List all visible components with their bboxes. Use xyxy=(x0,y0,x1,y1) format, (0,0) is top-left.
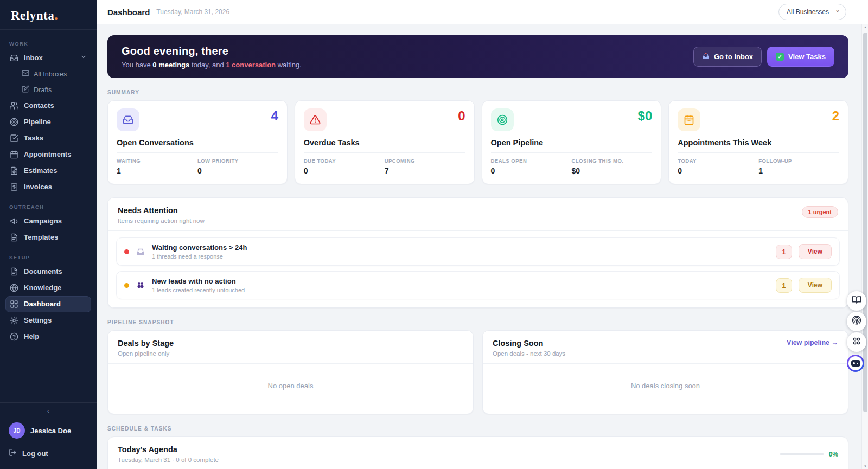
sidebar-item-label: Campaigns xyxy=(24,217,62,226)
sidebar-footer: ‹ JD Jessica Doe Log out xyxy=(0,402,97,469)
urgency-dot-amber xyxy=(124,283,129,288)
card-value: $0 xyxy=(638,110,653,123)
grid-icon xyxy=(10,300,18,309)
floating-toolbar xyxy=(847,291,866,372)
inbox-tray-icon xyxy=(702,52,710,61)
brand-logo[interactable]: Relynta. xyxy=(0,0,97,30)
sidebar-item-label: Drafts xyxy=(34,86,52,94)
closing-soon-title: Closing Soon xyxy=(493,339,565,348)
main-area: Dashboard Tuesday, March 31, 2026 All Bu… xyxy=(97,0,868,469)
book-icon xyxy=(852,295,861,307)
sidebar-item-label: Dashboard xyxy=(24,300,61,309)
attention-row-title: Waiting conversations > 24h xyxy=(152,243,247,252)
summary-card-open-conversations[interactable]: 4 Open Conversations WAITING1 LOW PRIORI… xyxy=(107,100,288,184)
sidebar-item-label: Documents xyxy=(24,267,62,276)
summary-cards: 4 Open Conversations WAITING1 LOW PRIORI… xyxy=(107,100,848,184)
todays-agenda-panel: Today's Agenda Tuesday, March 31 · 0 of … xyxy=(107,436,848,469)
sidebar: Relynta. WORK Inbox All Inboxes Drafts C… xyxy=(0,0,97,469)
sidebar-item-invoices[interactable]: Invoices xyxy=(5,179,91,195)
attention-row-subtitle: 1 threads need a response xyxy=(152,253,247,260)
stat-label: DUE TODAY xyxy=(304,158,385,164)
sidebar-item-label: Inbox xyxy=(24,54,43,62)
sidebar-item-help[interactable]: Help xyxy=(5,329,91,345)
conversations-count: 1 conversation xyxy=(226,61,276,69)
greeting-subtitle: You have 0 meetings today, and 1 convers… xyxy=(122,61,302,69)
brand-accent-dot: . xyxy=(54,7,58,23)
estimate-icon xyxy=(10,166,18,175)
sidebar-item-documents[interactable]: Documents xyxy=(5,264,91,280)
alert-triangle-icon xyxy=(304,108,327,131)
summary-card-overdue-tasks[interactable]: 0 Overdue Tasks DUE TODAY0 UPCOMING7 xyxy=(295,100,475,184)
view-button[interactable]: View xyxy=(799,278,832,293)
sidebar-item-estimates[interactable]: Estimates xyxy=(5,163,91,179)
urgency-dot-red xyxy=(124,249,129,254)
go-to-inbox-label: Go to Inbox xyxy=(714,53,753,61)
scroll-up-arrow[interactable]: ▲ xyxy=(862,25,868,29)
go-to-inbox-button[interactable]: Go to Inbox xyxy=(693,47,762,67)
logout-button[interactable]: Log out xyxy=(8,445,89,461)
section-label-setup: SETUP xyxy=(9,254,87,260)
draft-icon xyxy=(22,85,29,94)
stat-value: $0 xyxy=(571,166,652,175)
target-icon xyxy=(10,118,18,126)
sidebar-item-label: Contacts xyxy=(24,101,54,110)
business-filter-select[interactable]: All Businesses xyxy=(778,4,846,20)
stat-label: UPCOMING xyxy=(385,158,465,164)
check-square-icon xyxy=(10,134,18,143)
page-scrollbar[interactable]: ▲ ▼ xyxy=(861,24,868,469)
sidebar-item-tasks[interactable]: Tasks xyxy=(5,130,91,146)
summary-card-open-pipeline[interactable]: $0 Open Pipeline DEALS OPEN0 CLOSING THI… xyxy=(482,100,662,184)
apps-fab-button[interactable] xyxy=(847,332,866,352)
sidebar-item-label: Templates xyxy=(24,233,58,242)
page-title: Dashboard xyxy=(107,8,150,17)
help-icon xyxy=(10,332,18,341)
sidebar-nav: WORK Inbox All Inboxes Drafts Contacts P… xyxy=(0,30,97,402)
inbox-icon xyxy=(10,54,18,62)
sidebar-item-campaigns[interactable]: Campaigns xyxy=(5,213,91,229)
target-icon xyxy=(491,108,514,131)
file-icon xyxy=(10,233,18,242)
collapse-sidebar-button[interactable]: ‹ xyxy=(8,406,89,419)
sidebar-item-dashboard[interactable]: Dashboard xyxy=(5,296,91,312)
attention-row-title: New leads with no action xyxy=(152,277,245,285)
user-menu[interactable]: JD Jessica Doe xyxy=(8,419,89,445)
sidebar-item-pipeline[interactable]: Pipeline xyxy=(5,114,91,130)
deals-by-stage-panel: Deals by Stage Open pipeline only No ope… xyxy=(107,330,474,414)
sidebar-item-contacts[interactable]: Contacts xyxy=(5,98,91,114)
sidebar-item-appointments[interactable]: Appointments xyxy=(5,146,91,163)
invoice-icon xyxy=(10,183,18,191)
chatbot-button[interactable] xyxy=(847,355,864,372)
stat-value: 0 xyxy=(304,166,385,175)
sidebar-item-settings[interactable]: Settings xyxy=(5,312,91,329)
section-label-work: WORK xyxy=(9,41,87,47)
view-tasks-label: View Tasks xyxy=(788,53,826,61)
card-title: Open Pipeline xyxy=(491,138,653,147)
pipeline-section-label: PIPELINE SNAPSHOT xyxy=(107,319,848,325)
broadcast-fab-button[interactable] xyxy=(847,312,866,331)
needs-attention-panel: Needs Attention Items requiring action r… xyxy=(107,197,848,308)
sidebar-item-templates[interactable]: Templates xyxy=(5,229,91,246)
scroll-down-arrow[interactable]: ▼ xyxy=(862,465,868,468)
card-value: 0 xyxy=(458,110,465,123)
greeting-sub-suffix: waiting. xyxy=(276,61,302,69)
stat-label: DEALS OPEN xyxy=(491,158,572,164)
needs-attention-subtitle: Items requiring action right now xyxy=(118,217,205,224)
avatar: JD xyxy=(9,422,25,439)
needs-attention-title: Needs Attention xyxy=(118,206,205,215)
sidebar-item-knowledge[interactable]: Knowledge xyxy=(5,280,91,296)
summary-card-appointments[interactable]: 2 Appointments This Week TODAY0 FOLLOW-U… xyxy=(668,100,848,184)
attention-row-waiting-conversations[interactable]: Waiting conversations > 24h 1 threads ne… xyxy=(116,237,840,266)
sidebar-item-all-inboxes[interactable]: All Inboxes xyxy=(20,66,91,82)
attention-row-new-leads[interactable]: New leads with no action 1 leads created… xyxy=(116,271,840,299)
inbox-subitems: All Inboxes Drafts xyxy=(15,66,91,98)
chatbot-icon xyxy=(848,356,863,370)
contacts-icon xyxy=(10,101,18,110)
view-pipeline-link[interactable]: View pipeline → xyxy=(787,339,838,346)
view-button[interactable]: View xyxy=(799,244,832,259)
docs-fab-button[interactable] xyxy=(847,291,866,311)
sidebar-item-label: Help xyxy=(24,332,39,341)
view-tasks-button[interactable]: ✓ View Tasks xyxy=(767,47,834,67)
sidebar-item-inbox[interactable]: Inbox xyxy=(5,50,91,66)
sidebar-item-drafts[interactable]: Drafts xyxy=(20,82,91,98)
chevron-down-icon xyxy=(80,54,87,62)
